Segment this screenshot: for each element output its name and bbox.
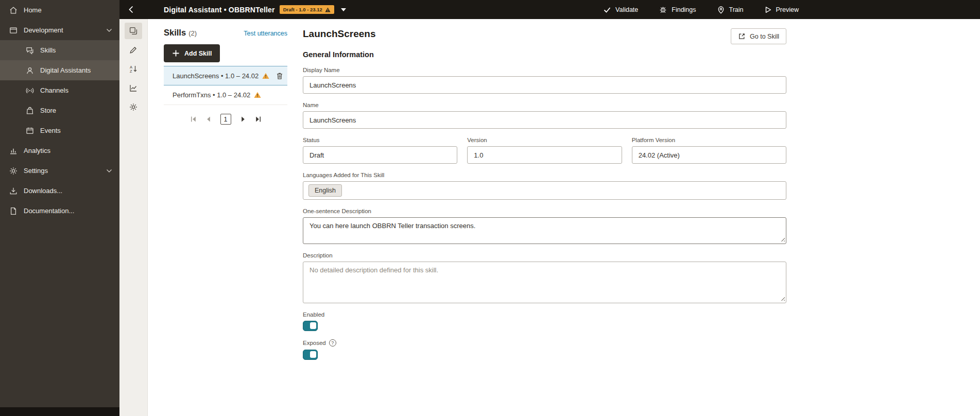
skills-panel: Skills (2) Test utterances Add Skill Lau… [148, 19, 288, 416]
icon-rail: AZ [119, 19, 148, 416]
channels-icon [25, 86, 35, 95]
first-page-button[interactable] [190, 116, 196, 123]
enabled-label: Enabled [303, 311, 786, 318]
pagination: 1 [164, 114, 287, 125]
version-input[interactable] [467, 146, 622, 164]
language-chip-english: English [308, 184, 342, 197]
oda-app: Home Development Skills Digital Assistan… [0, 0, 980, 416]
test-utterances-link[interactable]: Test utterances [244, 30, 287, 37]
bug-icon [659, 5, 667, 14]
analytics-icon [9, 146, 18, 155]
exposed-toggle[interactable] [303, 350, 318, 360]
version-badge[interactable]: Draft - 1.0 - 23.12 [280, 5, 334, 14]
one-sentence-description-label: One-sentence Description [303, 208, 786, 214]
warning-icon [325, 7, 331, 12]
sidebar-item-analytics[interactable]: Analytics [0, 141, 119, 161]
section-title: General Information [303, 50, 786, 59]
warning-icon [262, 73, 269, 79]
one-sentence-description-input[interactable]: You can here launch OBBRN Teller transac… [303, 217, 786, 244]
go-to-skill-button[interactable]: Go to Skill [731, 28, 786, 44]
add-skill-button[interactable]: Add Skill [164, 44, 220, 62]
status-group: Status [303, 137, 457, 164]
chevron-down-icon [106, 28, 112, 32]
rail-settings-button[interactable] [125, 99, 142, 115]
skill-detail-content: LaunchScreens Go to Skill General Inform… [288, 19, 980, 416]
sidebar-item-development[interactable]: Development [0, 20, 119, 40]
back-button[interactable] [129, 4, 141, 16]
sort-az-icon: AZ [129, 64, 138, 74]
page-title: LaunchScreens [303, 28, 376, 40]
sidebar-item-skills[interactable]: Skills [0, 40, 119, 60]
languages-field[interactable]: English [303, 181, 786, 200]
display-name-group: Display Name [303, 67, 786, 94]
sidebar-item-digital-assistants[interactable]: Digital Assistants [0, 60, 119, 80]
status-label: Status [303, 137, 457, 143]
digital-assistant-icon [25, 66, 35, 75]
rail-skills-view-button[interactable] [125, 23, 142, 39]
name-label: Name [303, 102, 786, 108]
sidebar-item-downloads[interactable]: Downloads... [0, 181, 119, 201]
sidebar-item-documentation[interactable]: Documentation... [0, 201, 119, 221]
sidebar-item-events[interactable]: Events [0, 120, 119, 141]
train-button[interactable]: Train [717, 6, 744, 14]
delete-skill-button[interactable] [276, 72, 283, 80]
last-page-button[interactable] [255, 116, 262, 123]
help-icon[interactable]: ? [329, 339, 336, 346]
languages-group: Languages Added for This Skill English [303, 172, 786, 200]
description-input[interactable] [303, 262, 786, 303]
chart-icon [129, 83, 138, 93]
description-group: Description [303, 252, 786, 303]
sidebar-item-label: Analytics [24, 147, 50, 154]
sidebar: Home Development Skills Digital Assistan… [0, 0, 119, 416]
skills-panel-header: Skills (2) Test utterances [164, 28, 287, 38]
external-link-icon [738, 32, 746, 40]
preview-label: Preview [776, 6, 799, 13]
name-input[interactable] [303, 111, 786, 129]
exposed-group: Exposed ? [303, 339, 786, 360]
version-label: Version [467, 137, 622, 143]
enabled-toggle[interactable] [303, 321, 318, 331]
version-dropdown-caret[interactable] [341, 8, 346, 11]
sidebar-item-label: Skills [40, 46, 56, 54]
skill-list-item-launchscreens[interactable]: LaunchScreens • 1.0 – 24.02 [164, 66, 287, 85]
next-page-button[interactable] [241, 116, 246, 123]
skill-item-label: LaunchScreens • 1.0 – 24.02 [173, 72, 259, 80]
sidebar-item-label: Channels [40, 86, 68, 94]
sidebar-item-channels[interactable]: Channels [0, 80, 119, 100]
development-icon [9, 26, 18, 35]
detail-header: LaunchScreens Go to Skill [303, 28, 786, 44]
page-number[interactable]: 1 [220, 114, 231, 125]
previous-page-button[interactable] [206, 116, 211, 123]
rail-insights-button[interactable] [125, 80, 142, 96]
findings-button[interactable]: Findings [659, 5, 696, 14]
platform-version-label: Platform Version [632, 137, 786, 143]
sidebar-item-label: Events [40, 127, 61, 134]
sidebar-item-label: Downloads... [24, 187, 62, 195]
version-group: Version [467, 137, 622, 164]
sidebar-item-store[interactable]: Store [0, 100, 119, 120]
sidebar-item-settings[interactable]: Settings [0, 161, 119, 181]
gear-icon [9, 166, 18, 176]
rail-utterances-button[interactable] [125, 42, 142, 58]
display-name-label: Display Name [303, 67, 786, 73]
topbar: Digital Assistant • OBBRNTeller Draft - … [119, 0, 980, 19]
skills-count: (2) [188, 29, 197, 37]
sidebar-item-home[interactable]: Home [0, 0, 119, 20]
plus-icon [172, 49, 180, 57]
sidebar-item-label: Store [40, 107, 56, 114]
validate-button[interactable]: Validate [603, 6, 638, 14]
preview-button[interactable]: Preview [764, 6, 799, 14]
skill-list-item-performtxns[interactable]: PerformTxns • 1.0 – 24.02 [164, 85, 287, 105]
version-badge-label: Draft - 1.0 - 23.12 [283, 7, 322, 12]
body: AZ Skills (2) [119, 19, 980, 416]
platform-version-input[interactable] [632, 146, 786, 164]
calendar-icon [25, 126, 35, 135]
sidebar-item-label: Digital Assistants [40, 66, 91, 74]
sidebar-item-label: Development [24, 26, 63, 34]
status-input[interactable] [303, 146, 457, 164]
svg-text:Z: Z [130, 69, 132, 74]
go-to-skill-label: Go to Skill [750, 33, 779, 40]
skill-item-label: PerformTxns • 1.0 – 24.02 [173, 91, 250, 99]
display-name-input[interactable] [303, 76, 786, 94]
rail-sort-button[interactable]: AZ [125, 61, 142, 77]
